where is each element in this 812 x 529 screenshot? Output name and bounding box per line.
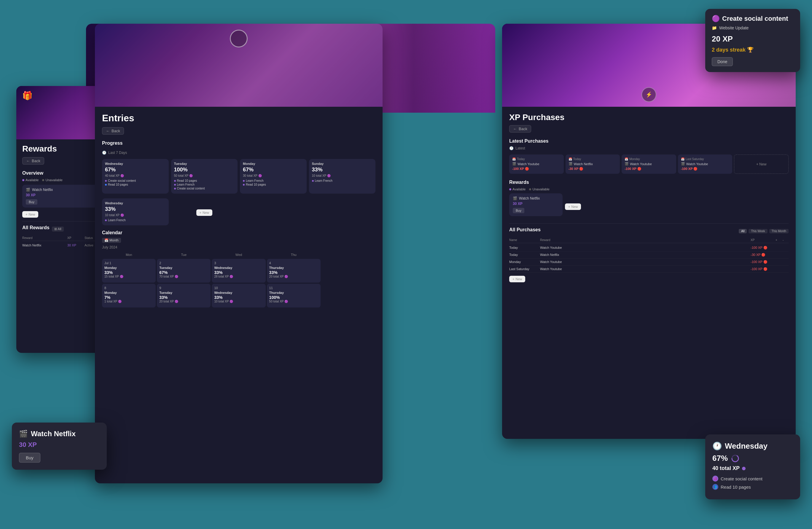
task2-icon: 📘 — [712, 484, 718, 490]
entries-hero — [95, 24, 382, 107]
xp-logo: ⚡ — [641, 87, 656, 102]
xp-rewards-title: Rewards — [509, 180, 788, 185]
calendar-header: Mon Tue Wed Thu — [102, 252, 375, 258]
table-row[interactable]: Monday Watch Youtube -100 XP 🔴 — [509, 259, 788, 266]
table-row[interactable]: Today Watch Netflix -30 XP 🔴 — [509, 251, 788, 259]
all-purchases-table: Name Reward XP + - Today Watch Youtube -… — [509, 237, 788, 282]
calendar-section: Calendar 📅 Month July 2024 Mon Tue Wed T… — [102, 230, 375, 308]
cal-cell-1[interactable]: Jul 1 Monday 33% 15 total XP 🟣 — [102, 259, 156, 283]
xp-back-button[interactable]: ← Back — [509, 125, 531, 133]
cal-cell-2[interactable]: 2 Tuesday 67% 70 total XP 🟣 — [157, 259, 211, 283]
wednesday-pct: 67% — [712, 454, 793, 463]
xp-reward-card: 🎬 Watch Netflix 30 XP Buy — [509, 193, 563, 216]
all-rewards-title: All Rewards — [22, 225, 49, 231]
cal-cell-10[interactable]: 10 Wednesday 33% 10 total XP 🟣 — [212, 284, 265, 308]
overview-title: Overview — [22, 171, 99, 176]
entries-title: Entries — [102, 113, 375, 124]
reward-table-row[interactable]: Watch Netflix 30 XP Active — [22, 242, 99, 248]
netflix-icon-large: 🎬 — [19, 430, 28, 438]
purchase-card-1[interactable]: 📅Today 🎬Watch Youtube -100 XP 🔴 — [509, 155, 564, 174]
progress-grid: Wednesday 67% 40 total XP 🟣 Create socia… — [102, 159, 375, 194]
calendar-filter[interactable]: 📅 Month — [102, 238, 121, 243]
purchase-card-3[interactable]: 📅Monday 🎬Watch Youtube -100 XP 🔴 — [622, 155, 676, 174]
clock-icon: 🕐 — [102, 151, 106, 155]
calendar-icon-1: 📅 — [512, 158, 516, 161]
progress-card-sunday: Sunday 33% 10 total XP 🟣 Learn French — [309, 159, 376, 194]
tooltip-xp: 20 XP — [712, 34, 794, 44]
rewards-table-header: Reward XP Status — [22, 235, 99, 241]
netflix-icon-small: 🎬 — [26, 188, 30, 192]
wednesday-tooltip: 🕐 Wednesday 67% 40 total XP 🟣 Create soc… — [705, 435, 800, 499]
xp-title: XP Purchases — [509, 113, 788, 122]
cal-cell-9[interactable]: 9 Tuesday 33% 20 total XP 🟣 — [157, 284, 211, 308]
table-header: Name Reward XP + - — [509, 237, 788, 243]
filter-all[interactable]: All — [739, 229, 747, 233]
netflix-icon-1: 🎬 — [512, 162, 516, 166]
xp-buy-button[interactable]: Buy — [513, 208, 524, 213]
all-filter[interactable]: ⊞All — [52, 226, 64, 232]
hero-circle — [230, 30, 248, 47]
overview-reward-card: 🎬 Watch Netflix 30 XP Buy — [22, 185, 99, 208]
table-row[interactable]: Last Saturday Watch Youtube -100 XP 🔴 — [509, 266, 788, 273]
all-purchases-title: All Purchases — [509, 227, 541, 233]
task1-icon: 🟣 — [712, 476, 718, 482]
new-entry-button[interactable]: +New — [196, 209, 212, 216]
netflix-icon-3: 🎬 — [625, 162, 629, 166]
clock-icon-xp: 🕐 — [509, 146, 514, 150]
back-arrow-icon-xp: ← — [513, 127, 517, 131]
calendar-icon-2: 📅 — [568, 158, 572, 161]
calendar-month: July 2024 — [102, 245, 375, 249]
rewards-back-button[interactable]: ← Back — [22, 157, 44, 165]
table-row[interactable]: Today Watch Youtube -100 XP 🔴 — [509, 244, 788, 251]
progress-card-monday: Monday 67% 30 total XP 🟣 Learn French Re… — [240, 159, 307, 194]
done-button[interactable]: Done — [712, 57, 733, 66]
reward-xp: 30 XP — [26, 193, 96, 197]
cal-cell-8[interactable]: 8 Monday 7% 1 total XP 🟣 — [102, 284, 156, 308]
task-icon: 🟣 — [712, 15, 720, 23]
overview-new-button[interactable]: +New — [22, 211, 38, 218]
netflix-icon-4: 🎬 — [681, 162, 685, 166]
avail-filters: Available Unavailable — [22, 178, 99, 182]
tooltip-task-name: 🟣 Create social content — [712, 15, 794, 23]
progress-ring — [731, 454, 740, 463]
wednesday-xp: 40 total XP — [712, 465, 793, 471]
cal-cell-11[interactable]: 11 Thursday 100% 50 total XP 🟣 — [267, 284, 321, 308]
cal-cell-empty — [322, 259, 375, 283]
xp-purchases-panel: ⚡ XP Purchases ← Back Latest Purchases 🕐… — [502, 24, 796, 439]
latest-purchases-grid: 📅Today 🎬Watch Youtube -100 XP 🔴 📅Today 🎬… — [509, 155, 788, 174]
wednesday-task-2: 📘 Read 10 pages — [712, 484, 793, 490]
overview-buy-button[interactable]: Buy — [26, 199, 38, 205]
netflix-buy-button[interactable]: Buy — [19, 453, 40, 462]
progress-card-wed2: Wednesday 33% 10 total XP 🟣 Learn French — [102, 199, 169, 225]
entries-back-button[interactable]: ← Back — [102, 127, 124, 135]
progress-sub: 🕐 Last 7 Days — [102, 151, 375, 155]
calendar-icon-4: 📅 — [681, 158, 684, 161]
xp-avail-filters: Available Unavailable — [509, 187, 788, 191]
rewards-panel: 🎁 Rewards ← Back Overview Available Unav… — [16, 86, 105, 353]
rewards-title: Rewards — [22, 144, 99, 153]
filter-week[interactable]: This Week — [749, 229, 767, 233]
calendar-title: Calendar — [102, 230, 375, 235]
progress-card-wednesday: Wednesday 67% 40 total XP 🟣 Create socia… — [102, 159, 169, 194]
xp-netflix-icon: 🎬 — [513, 196, 517, 201]
purchase-card-4[interactable]: 📅Last Saturday 🎬Watch Youtube -100 XP 🔴 — [678, 155, 733, 174]
tooltip-project: 📁 Website Update — [712, 26, 794, 30]
xp-reward-xp: 30 XP — [513, 202, 559, 206]
project-icon: 📁 — [712, 26, 717, 30]
entries-panel: Entries ← Back Progress 🕐 Last 7 Days We… — [95, 24, 382, 483]
purchase-card-2[interactable]: 📅Today 🎬Watch Netflix -30 XP 🔴 — [566, 155, 620, 174]
purchase-card-new[interactable]: + New — [734, 155, 788, 174]
cal-cell-4[interactable]: 4 Thursday 33% 20 total XP 🟣 — [267, 259, 321, 283]
cal-cell-3[interactable]: 3 Wednesday 33% 28 total XP 🟣 — [212, 259, 265, 283]
filter-month[interactable]: This Month — [769, 229, 788, 233]
back-arrow-icon: ← — [106, 129, 110, 133]
social-content-tooltip: 🟣 Create social content 📁 Website Update… — [705, 9, 800, 72]
xp-rewards-new-button[interactable]: +New — [565, 203, 581, 210]
latest-title: Latest Purchases — [509, 138, 788, 144]
back-arrow-icon-rewards: ← — [26, 159, 30, 163]
netflix-icon-2: 🎬 — [568, 162, 573, 166]
calendar-grid: Jul 1 Monday 33% 15 total XP 🟣 2 Tuesday… — [102, 259, 375, 308]
wednesday-title: 🕐 Wednesday — [712, 442, 793, 451]
all-purchases-new-button[interactable]: +New — [509, 276, 525, 282]
progress-card-tuesday: Tuesday 100% 50 total XP 🟣 Read 10 pages… — [171, 159, 238, 194]
